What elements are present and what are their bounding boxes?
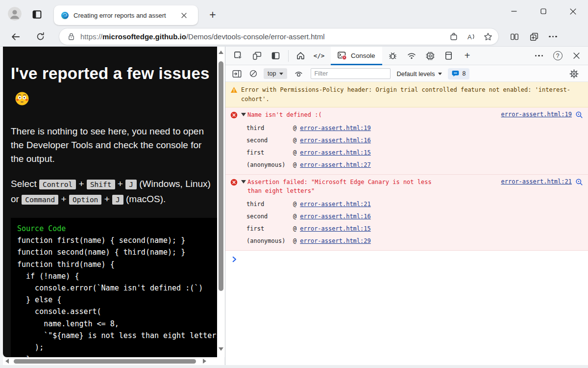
stack-frame: first @ error-assert.html:15 [246,222,583,235]
scroll-down-arrow[interactable] [219,347,223,351]
scroll-left-arrow[interactable] [5,359,9,364]
stack-source-link[interactable]: error-assert.html:29 [300,237,371,244]
tab-elements[interactable]: </> [312,49,326,63]
expand-caret-icon[interactable] [241,180,246,184]
stack-source-link[interactable]: error-assert.html:19 [300,125,371,131]
refresh-button[interactable] [32,29,48,45]
context-label: top [268,70,276,77]
message-count-badge[interactable]: 8 [448,68,469,79]
read-aloud-icon[interactable]: A [466,32,476,41]
tab-actions-menu-button[interactable] [31,9,42,20]
tab-welcome[interactable] [294,49,307,63]
new-tab-button[interactable]: + [206,8,220,22]
stack-function: second [246,213,293,220]
stack-frame: (anonymous) @ error-assert.html:29 [246,235,583,247]
favorites-star-icon[interactable] [484,32,492,41]
tab-issues[interactable] [386,49,400,63]
page-vertical-scrollbar[interactable] [217,47,225,357]
clear-console-button[interactable] [247,67,260,80]
activity-bar-toggle-button[interactable] [269,49,282,63]
devtools-controls: ? [532,49,588,63]
stack-function: (anonymous) [246,237,293,244]
edge-logo-icon [61,11,69,20]
tab-console-selected[interactable]: Console [331,47,382,65]
scroll-right-arrow[interactable] [203,359,206,364]
explain-error-magnifier-icon[interactable] [575,111,583,119]
storage-drawer-icon [444,51,453,60]
stack-function: (anonymous) [246,161,293,168]
code-line: function second(name) { third(name); } [17,246,217,258]
app-install-icon[interactable] [449,32,458,41]
maximize-button[interactable] [535,4,552,19]
source-code-block: Source Code function first(name) { secon… [11,218,217,357]
console-messages[interactable]: Error with Permissions-Policy header: Or… [225,82,588,368]
devtools-more-menu-button[interactable] [532,49,546,63]
tab-application[interactable] [442,49,456,63]
minimize-button[interactable] [506,4,522,19]
lock-icon[interactable] [67,32,75,41]
profile-avatar[interactable] [8,7,22,21]
speech-bubble-icon [452,70,459,77]
device-emulation-button[interactable] [250,49,264,63]
at-symbol: @ [293,201,296,208]
close-icon [573,53,580,59]
code-brackets-icon: </> [314,52,325,59]
vertical-scroll-thumb[interactable] [219,61,223,291]
devtools-help-button[interactable]: ? [551,49,564,63]
close-window-button[interactable] [564,4,581,19]
url-scheme: https:// [80,32,102,41]
back-button[interactable] [8,29,24,45]
error-circle-icon [230,111,238,119]
console-filter-input[interactable] [311,68,391,79]
address-bar[interactable]: https://microsoftedge.github.io/Demos/de… [59,28,499,45]
flushed-face-emoji [15,88,29,113]
stack-function: first [246,149,293,156]
error-source-link[interactable]: error-assert.html:21 [501,178,572,185]
browser-tab[interactable]: Creating error reports and assert [54,5,198,25]
vertical-tabs-icon [32,9,42,20]
code-line: } [17,353,217,357]
stack-source-link[interactable]: error-assert.html:21 [300,201,371,208]
explain-error-magnifier-icon[interactable] [575,178,583,186]
back-arrow-icon [11,32,21,42]
log-levels-dropdown[interactable]: Default levels [396,70,442,78]
chevron-down-icon [438,73,442,75]
javascript-context-dropdown[interactable]: top [264,68,287,79]
tab-performance[interactable] [423,49,437,63]
expand-caret-icon[interactable] [241,113,246,116]
console-input[interactable] [225,251,588,264]
stack-source-link[interactable]: error-assert.html:16 [300,213,371,220]
scroll-up-arrow[interactable] [219,51,223,54]
console-sidebar-toggle-button[interactable] [230,67,243,80]
console-tab-label: Console [351,52,375,59]
tab-close-button[interactable] [179,10,189,20]
console-settings-button[interactable] [567,67,580,80]
tab-title: Creating error reports and assert [74,12,179,19]
stack-frame: first @ error-assert.html:15 [246,146,583,158]
page-horizontal-scrollbar[interactable] [3,357,224,365]
horizontal-scroll-thumb[interactable] [14,359,196,364]
stack-source-link[interactable]: error-assert.html:15 [300,225,371,232]
at-symbol: @ [293,137,296,144]
prompt-chevron-icon [232,256,237,263]
kbd-shift: Shift [87,180,115,189]
collections-icon[interactable] [529,32,539,42]
split-screen-icon[interactable] [510,32,519,41]
stack-source-link[interactable]: error-assert.html:15 [300,149,371,156]
console-error-message: Assertion failed: "Microsoft Edge Canary… [225,175,588,251]
kbd-j-mac: J [112,195,123,205]
more-tabs-button[interactable]: + [461,49,474,63]
console-panel-icon [338,52,347,60]
stack-frame: third @ error-assert.html:21 [246,198,583,210]
browser-menu-button[interactable] [549,36,557,38]
home-icon [296,51,305,60]
devtools-close-button[interactable] [569,49,583,63]
console-warning-message: Error with Permissions-Policy header: Or… [225,82,588,107]
error-source-link[interactable]: error-assert.html:19 [501,111,572,118]
inspect-element-button[interactable] [231,49,245,63]
stack-source-link[interactable]: error-assert.html:16 [300,137,371,144]
live-expression-button[interactable] [292,67,305,80]
tab-network[interactable] [405,49,418,63]
stack-source-link[interactable]: error-assert.html:27 [300,161,371,168]
message-count: 8 [462,70,466,77]
